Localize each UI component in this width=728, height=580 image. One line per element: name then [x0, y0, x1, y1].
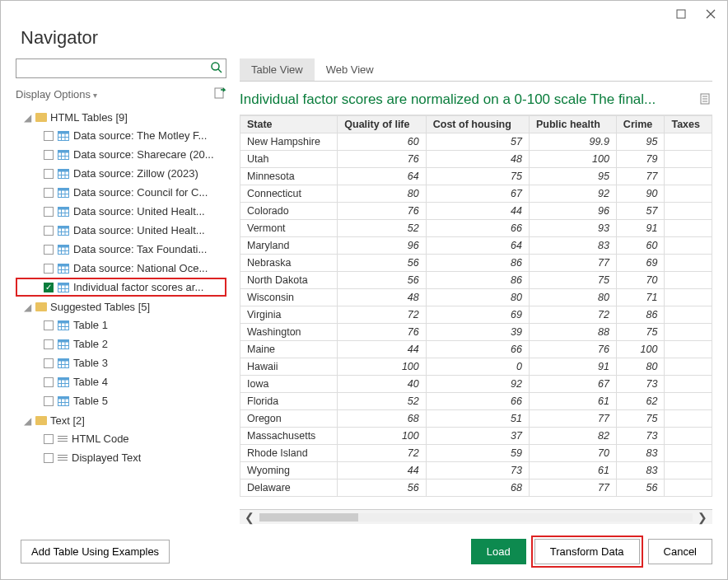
table-cell: 51	[426, 410, 529, 428]
checkbox[interactable]	[44, 320, 54, 330]
tree-item[interactable]: Table 3	[16, 353, 226, 372]
table-cell: 80	[338, 185, 426, 203]
checkbox[interactable]	[44, 150, 54, 160]
table-cell: 75	[529, 272, 616, 289]
column-header[interactable]: Taxes	[665, 116, 712, 133]
footer-right: Load Transform Data Cancel	[471, 539, 712, 564]
table-cell: Iowa	[240, 376, 338, 393]
table-row[interactable]: Utah764810079	[240, 151, 712, 168]
table-row[interactable]: Florida52666162	[240, 393, 712, 410]
tree-item[interactable]: Table 5	[16, 391, 226, 410]
table-row[interactable]: New Hampshire605799.995	[240, 133, 712, 151]
checkbox[interactable]	[44, 207, 54, 217]
table-cell: 66	[426, 393, 529, 410]
table-row[interactable]: Delaware56687756	[240, 479, 712, 497]
table-options-icon[interactable]	[699, 92, 712, 108]
tree-item[interactable]: Data source: United Healt...	[16, 221, 226, 240]
search-icon[interactable]	[210, 61, 223, 77]
table-cell: 77	[616, 168, 665, 185]
column-header[interactable]: State	[240, 116, 338, 133]
checkbox[interactable]: ✓	[44, 283, 54, 292]
maximize-button[interactable]	[671, 4, 691, 24]
tree-section-header[interactable]: ◢HTML Tables [9]	[16, 109, 226, 126]
table-row[interactable]: Massachusetts100378273	[240, 428, 712, 445]
checkbox[interactable]	[44, 131, 54, 141]
search-input[interactable]	[16, 58, 226, 78]
table-cell: 44	[338, 341, 426, 358]
checkbox[interactable]	[44, 396, 54, 406]
tree-item[interactable]: Data source: United Healt...	[16, 202, 226, 221]
refresh-icon[interactable]	[213, 87, 226, 102]
tree-section-header[interactable]: ◢Suggested Tables [5]	[16, 298, 226, 316]
tree-item[interactable]: Table 1	[16, 316, 226, 334]
table-row[interactable]: Washington76398875	[240, 324, 712, 341]
tree-item[interactable]: ✓Individual factor scores ar...	[16, 278, 226, 297]
checkbox[interactable]	[44, 434, 54, 444]
tree-item[interactable]: HTML Code	[16, 429, 226, 448]
column-header[interactable]: Crime	[616, 116, 665, 133]
tree-item[interactable]: Data source: National Oce...	[16, 259, 226, 278]
checkbox[interactable]	[44, 358, 54, 368]
table-row[interactable]: Rhode Island72597083	[240, 445, 712, 462]
tree-item[interactable]: Table 4	[16, 372, 226, 391]
column-header[interactable]: Quality of life	[338, 116, 426, 133]
table-cell: 61	[529, 462, 616, 479]
table-row[interactable]: Wyoming44736183	[240, 462, 712, 479]
checkbox[interactable]	[44, 339, 54, 349]
tree-item[interactable]: Displayed Text	[16, 448, 226, 467]
checkbox[interactable]	[44, 264, 54, 274]
table-cell	[665, 255, 712, 272]
table-row[interactable]: Wisconsin48808071	[240, 289, 712, 306]
checkbox[interactable]	[44, 377, 54, 387]
table-cell: 48	[338, 289, 426, 306]
tree-item[interactable]: Data source: Zillow (2023)	[16, 164, 226, 183]
cancel-button[interactable]: Cancel	[648, 539, 712, 564]
table-row[interactable]: Hawaii10009180	[240, 358, 712, 376]
column-header[interactable]: Public health	[529, 116, 616, 133]
scroll-thumb[interactable]	[259, 513, 358, 522]
table-cell: 67	[426, 185, 529, 203]
table-scroll[interactable]: StateQuality of lifeCost of housingPubli…	[240, 115, 712, 509]
scroll-left-arrow[interactable]: ❮	[240, 511, 259, 524]
table-row[interactable]: Maine446676100	[240, 341, 712, 358]
tree-view[interactable]: ◢HTML Tables [9]Data source: The Motley …	[16, 107, 226, 524]
table-row[interactable]: Maryland96648360	[240, 237, 712, 255]
table-cell: 44	[338, 462, 426, 479]
tree-item[interactable]: Data source: The Motley F...	[16, 126, 226, 145]
tab-active[interactable]: Table View	[240, 58, 315, 81]
table-cell	[665, 133, 712, 151]
column-header[interactable]: Cost of housing	[426, 116, 529, 133]
tree-item[interactable]: Data source: Council for C...	[16, 183, 226, 202]
scroll-track[interactable]	[259, 513, 693, 522]
add-table-button[interactable]: Add Table Using Examples	[21, 540, 170, 564]
transform-data-button[interactable]: Transform Data	[534, 539, 640, 564]
scroll-right-arrow[interactable]: ❯	[693, 511, 712, 524]
table-row[interactable]: Vermont52669391	[240, 220, 712, 237]
checkbox[interactable]	[44, 169, 54, 179]
checkbox[interactable]	[44, 226, 54, 236]
close-button[interactable]	[701, 4, 721, 24]
table-row[interactable]: Connecticut80679290	[240, 185, 712, 203]
tree-section-label: Text [2]	[50, 414, 85, 427]
horizontal-scrollbar[interactable]: ❮ ❯	[240, 509, 712, 524]
table-row[interactable]: Nebraska56867769	[240, 255, 712, 272]
table-cell: Virginia	[240, 306, 338, 324]
tree-section-header[interactable]: ◢Text [2]	[16, 412, 226, 429]
table-row[interactable]: Colorado76449657	[240, 203, 712, 220]
checkbox[interactable]	[44, 245, 54, 255]
table-cell	[665, 306, 712, 324]
display-options-dropdown[interactable]: Display Options	[16, 88, 97, 101]
table-row[interactable]: Iowa40926773	[240, 376, 712, 393]
tree-item[interactable]: Data source: Tax Foundati...	[16, 240, 226, 259]
table-row[interactable]: North Dakota56867570	[240, 272, 712, 289]
table-row[interactable]: Virginia72697286	[240, 306, 712, 324]
table-row[interactable]: Minnesota64759577	[240, 168, 712, 185]
checkbox[interactable]	[44, 188, 54, 198]
tree-item[interactable]: Table 2	[16, 334, 226, 353]
load-button[interactable]: Load	[471, 539, 526, 564]
table-row[interactable]: Oregon68517775	[240, 410, 712, 428]
footer-left: Add Table Using Examples	[21, 540, 170, 564]
tab[interactable]: Web View	[315, 58, 385, 81]
tree-item[interactable]: Data source: Sharecare (20...	[16, 145, 226, 164]
checkbox[interactable]	[44, 453, 54, 463]
